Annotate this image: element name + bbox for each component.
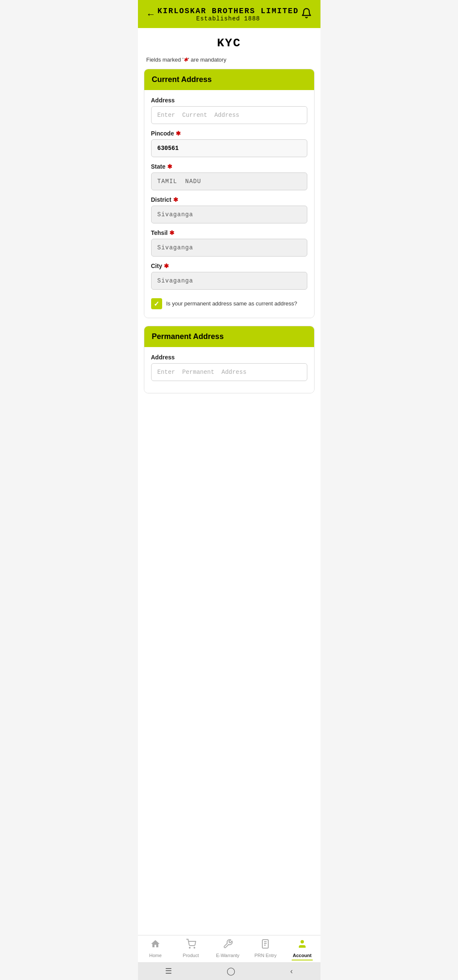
address-label: Address <box>151 97 307 104</box>
bottom-nav-bar: Home Product E-Warranty PRN Entry <box>138 935 320 962</box>
bell-icon <box>301 8 312 19</box>
current-address-body: Address Pincode ✱ State ✱ <box>144 90 314 318</box>
address-field-group: Address <box>151 97 307 124</box>
prn-label: PRN Entry <box>254 953 276 958</box>
pincode-required-star: ✱ <box>176 130 181 137</box>
sys-menu-button[interactable]: ☰ <box>157 966 180 977</box>
permanent-address-body: Address <box>144 347 314 393</box>
pincode-field-group: Pincode ✱ <box>151 130 307 157</box>
sys-back-button[interactable]: ‹ <box>282 966 301 977</box>
account-label: Account <box>293 953 312 958</box>
checkbox-label-text: Is your permanent address same as curren… <box>166 300 298 308</box>
tehsil-label: Tehsil ✱ <box>151 229 307 236</box>
perm-address-field-group: Address <box>151 354 307 381</box>
header-title-block: KIRLOSKAR BROTHERS LIMITED Established 1… <box>157 7 299 22</box>
current-address-input[interactable] <box>151 106 307 124</box>
nav-tab-ewarranty[interactable]: E-Warranty <box>214 939 242 958</box>
state-required-star: ✱ <box>167 163 172 170</box>
sys-home-button[interactable]: ◯ <box>218 966 244 977</box>
nav-tab-product[interactable]: Product <box>178 939 204 958</box>
back-button[interactable]: ← <box>145 7 157 22</box>
notification-bell-button[interactable] <box>299 6 314 23</box>
prn-icon <box>260 939 270 952</box>
city-required-star: ✱ <box>164 263 169 269</box>
product-label: Product <box>183 953 199 958</box>
permanent-same-checkbox[interactable]: ✓ <box>151 298 162 309</box>
current-address-header: Current Address <box>144 69 314 90</box>
nav-tab-prn[interactable]: PRN Entry <box>252 939 279 958</box>
tehsil-required-star: ✱ <box>169 229 174 236</box>
product-icon <box>186 939 196 952</box>
current-address-section: Current Address Address Pincode ✱ <box>144 69 315 318</box>
mandatory-star: ✱ <box>183 56 188 63</box>
mandatory-prefix: Fields marked ' <box>146 56 184 63</box>
back-icon: ← <box>146 9 156 20</box>
mandatory-note: Fields marked '✱' are mandatory <box>138 54 320 69</box>
sys-back-icon: ‹ <box>290 967 293 975</box>
permanent-address-header: Permanent Address <box>144 326 314 347</box>
district-required-star: ✱ <box>173 196 178 203</box>
current-address-title: Current Address <box>152 75 212 84</box>
svg-point-6 <box>301 940 304 943</box>
permanent-address-title: Permanent Address <box>152 332 224 341</box>
state-label: State ✱ <box>151 163 307 170</box>
ewarranty-icon <box>223 939 233 952</box>
city-field-group: City ✱ <box>151 263 307 290</box>
nav-tab-home[interactable]: Home <box>143 939 168 958</box>
city-input[interactable] <box>151 272 307 290</box>
page-title: KYC <box>138 28 320 54</box>
home-icon <box>150 939 160 952</box>
company-name: KIRLOSKAR BROTHERS LIMITED <box>157 7 299 15</box>
account-icon <box>297 939 307 952</box>
pincode-label: Pincode ✱ <box>151 130 307 137</box>
page-content: KYC Fields marked '✱' are mandatory Curr… <box>138 28 320 980</box>
home-label: Home <box>149 953 162 958</box>
svg-point-1 <box>194 947 195 948</box>
district-label: District ✱ <box>151 196 307 203</box>
app-header: ← KIRLOSKAR BROTHERS LIMITED Established… <box>138 0 320 28</box>
account-active-indicator <box>292 960 313 960</box>
system-nav-bar: ☰ ◯ ‹ <box>138 962 320 980</box>
nav-tab-account[interactable]: Account <box>289 939 315 960</box>
tehsil-input[interactable] <box>151 239 307 257</box>
permanent-address-input[interactable] <box>151 363 307 381</box>
district-field-group: District ✱ <box>151 196 307 223</box>
sys-menu-icon: ☰ <box>165 967 172 975</box>
tehsil-field-group: Tehsil ✱ <box>151 229 307 257</box>
ewarranty-label: E-Warranty <box>216 953 239 958</box>
footer-wrapper: Home Product E-Warranty PRN Entry <box>138 935 320 980</box>
city-label: City ✱ <box>151 263 307 269</box>
pincode-input[interactable] <box>151 139 307 157</box>
state-field-group: State ✱ <box>151 163 307 190</box>
district-input[interactable] <box>151 206 307 223</box>
state-input[interactable] <box>151 172 307 190</box>
permanent-same-checkbox-row: ✓ Is your permanent address same as curr… <box>151 296 307 312</box>
svg-point-0 <box>189 947 190 948</box>
established-text: Established 1888 <box>157 15 299 22</box>
checkmark-icon: ✓ <box>154 300 159 308</box>
permanent-address-section: Permanent Address Address <box>144 326 315 393</box>
mandatory-suffix: ' are mandatory <box>188 56 226 63</box>
perm-address-label: Address <box>151 354 307 361</box>
sys-home-icon: ◯ <box>227 967 235 975</box>
